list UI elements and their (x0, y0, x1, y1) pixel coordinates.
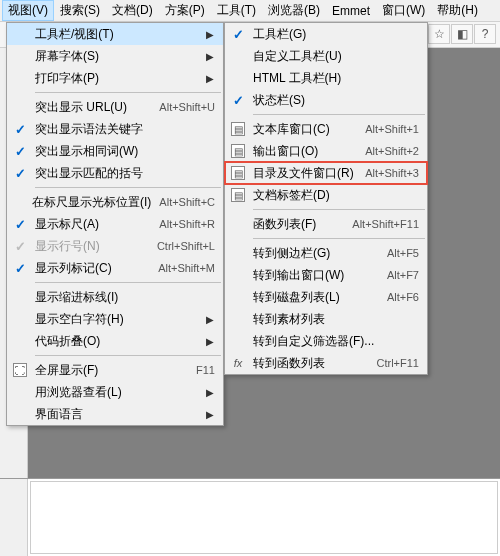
menu-item-label: 在标尺显示光标位置(I) (30, 194, 151, 211)
theme-icon[interactable]: ◧ (451, 24, 473, 44)
toolbar-submenu-item[interactable]: 转到素材列表 (225, 308, 427, 330)
menu-tools[interactable]: 工具(T) (211, 0, 262, 21)
check-icon: ✓ (7, 118, 33, 140)
fx-icon: fx (225, 352, 251, 374)
view-menu-item[interactable]: 屏幕字体(S)▶ (7, 45, 223, 67)
icon-slot (7, 286, 33, 308)
submenu-arrow-icon: ▶ (205, 387, 215, 398)
menu-project[interactable]: 方案(P) (159, 0, 211, 21)
toolbar-submenu-item[interactable]: 自定义工具栏(U) (225, 45, 427, 67)
menu-item-shortcut: Alt+Shift+R (151, 218, 215, 230)
panel-icon: ▤ (225, 162, 251, 184)
menu-separator (35, 92, 221, 93)
menu-browser[interactable]: 浏览器(B) (262, 0, 326, 21)
toolbar-submenu-item[interactable]: 转到磁盘列表(L)Alt+F6 (225, 286, 427, 308)
view-menu-item[interactable]: 打印字体(P)▶ (7, 67, 223, 89)
menu-item-label: HTML 工具栏(H) (251, 70, 419, 87)
icon-slot (7, 381, 33, 403)
check-icon: ✓ (7, 257, 33, 279)
toolbar-submenu-item[interactable]: ▤目录及文件窗口(R)Alt+Shift+3 (225, 162, 427, 184)
menu-item-shortcut: Ctrl+Shift+L (149, 240, 215, 252)
menu-item-label: 转到侧边栏(G) (251, 245, 379, 262)
menu-item-label: 突出显示语法关键字 (33, 121, 215, 138)
menu-item-label: 全屏显示(F) (33, 362, 188, 379)
view-menu-item[interactable]: ✓显示标尺(A)Alt+Shift+R (7, 213, 223, 235)
menu-separator (35, 282, 221, 283)
view-menu-item[interactable]: 在标尺显示光标位置(I)Alt+Shift+C (7, 191, 223, 213)
toolbar-view-submenu: ✓工具栏(G)自定义工具栏(U)HTML 工具栏(H)✓状态栏(S)▤文本库窗口… (224, 22, 428, 375)
view-menu-item[interactable]: ✓突出显示相同词(W) (7, 140, 223, 162)
menu-document[interactable]: 文档(D) (106, 0, 159, 21)
toolbar-right-group: ☆ ◧ ? (428, 24, 496, 44)
toolbar-submenu-item[interactable]: ▤文本库窗口(C)Alt+Shift+1 (225, 118, 427, 140)
output-panel (0, 478, 500, 556)
toolbar-submenu-item[interactable]: ▤输出窗口(O)Alt+Shift+2 (225, 140, 427, 162)
view-menu-item[interactable]: ✓显示行号(N)Ctrl+Shift+L (7, 235, 223, 257)
menu-separator (253, 209, 425, 210)
menu-help[interactable]: 帮助(H) (431, 0, 484, 21)
menu-item-shortcut: Alt+F5 (379, 247, 419, 259)
view-menu-item[interactable]: 显示缩进标线(I) (7, 286, 223, 308)
icon-slot (225, 330, 251, 352)
menu-item-label: 转到输出窗口(W) (251, 267, 379, 284)
menu-item-label: 目录及文件窗口(R) (251, 165, 357, 182)
menu-item-label: 函数列表(F) (251, 216, 344, 233)
menu-item-label: 输出窗口(O) (251, 143, 357, 160)
toolbar-submenu-item[interactable]: ▤文档标签栏(D) (225, 184, 427, 206)
menu-item-shortcut: Alt+Shift+C (151, 196, 215, 208)
menu-item-shortcut: Alt+Shift+1 (357, 123, 419, 135)
check-icon: ✓ (7, 162, 33, 184)
menu-item-shortcut: F11 (188, 364, 215, 376)
view-menu-item[interactable]: 代码折叠(O)▶ (7, 330, 223, 352)
toolbar-submenu-item[interactable]: 转到侧边栏(G)Alt+F5 (225, 242, 427, 264)
menu-item-label: 转到函数列表 (251, 355, 369, 372)
menu-item-label: 显示空白字符(H) (33, 311, 205, 328)
toolbar-submenu-item[interactable]: fx转到函数列表Ctrl+F11 (225, 352, 427, 374)
toolbar-submenu-item[interactable]: 函数列表(F)Alt+Shift+F11 (225, 213, 427, 235)
icon-slot (225, 45, 251, 67)
menu-item-label: 用浏览器查看(L) (33, 384, 205, 401)
view-menu-item[interactable]: ✓突出显示语法关键字 (7, 118, 223, 140)
view-menu-item[interactable]: 突出显示 URL(U)Alt+Shift+U (7, 96, 223, 118)
menu-item-label: 界面语言 (33, 406, 205, 423)
favorite-icon[interactable]: ☆ (428, 24, 450, 44)
menu-emmet[interactable]: Emmet (326, 2, 376, 20)
menu-item-shortcut: Alt+Shift+F11 (344, 218, 419, 230)
toolbar-submenu-item[interactable]: 转到输出窗口(W)Alt+F7 (225, 264, 427, 286)
menu-window[interactable]: 窗口(W) (376, 0, 431, 21)
toolbar-submenu-item[interactable]: 转到自定义筛选器(F)... (225, 330, 427, 352)
view-menu-item[interactable]: 显示空白字符(H)▶ (7, 308, 223, 330)
menu-item-shortcut: Alt+Shift+M (150, 262, 215, 274)
menubar: 视图(V) 搜索(S) 文档(D) 方案(P) 工具(T) 浏览器(B) Emm… (0, 0, 500, 22)
icon-slot (225, 67, 251, 89)
check-icon: ✓ (225, 23, 251, 45)
toolbar-submenu-item[interactable]: HTML 工具栏(H) (225, 67, 427, 89)
toolbar-submenu-item[interactable]: ✓工具栏(G) (225, 23, 427, 45)
view-menu-item[interactable]: ✓显示列标记(C)Alt+Shift+M (7, 257, 223, 279)
menu-item-shortcut: Ctrl+F11 (369, 357, 420, 369)
output-area[interactable] (30, 481, 498, 554)
icon-slot (7, 403, 33, 425)
check-icon: ✓ (7, 140, 33, 162)
menu-search[interactable]: 搜索(S) (54, 0, 106, 21)
view-menu-item[interactable]: 工具栏/视图(T)▶ (7, 23, 223, 45)
submenu-arrow-icon: ▶ (205, 336, 215, 347)
toolbar-submenu-item[interactable]: ✓状态栏(S) (225, 89, 427, 111)
view-menu-item[interactable]: ✓突出显示匹配的括号 (7, 162, 223, 184)
submenu-arrow-icon: ▶ (205, 409, 215, 420)
check-icon: ✓ (225, 89, 251, 111)
view-menu-item[interactable]: 用浏览器查看(L)▶ (7, 381, 223, 403)
menu-item-shortcut: Alt+Shift+U (151, 101, 215, 113)
panel-icon: ▤ (225, 118, 251, 140)
menu-item-label: 转到自定义筛选器(F)... (251, 333, 419, 350)
menu-item-shortcut: Alt+F6 (379, 291, 419, 303)
check-icon: ✓ (7, 213, 33, 235)
menu-separator (253, 114, 425, 115)
help-icon[interactable]: ? (474, 24, 496, 44)
menu-view[interactable]: 视图(V) (2, 0, 54, 21)
view-menu-item[interactable]: ⛶全屏显示(F)F11 (7, 359, 223, 381)
menu-item-shortcut: Alt+Shift+3 (357, 167, 419, 179)
menu-item-label: 工具栏/视图(T) (33, 26, 205, 43)
view-menu-item[interactable]: 界面语言▶ (7, 403, 223, 425)
menu-item-label: 屏幕字体(S) (33, 48, 205, 65)
